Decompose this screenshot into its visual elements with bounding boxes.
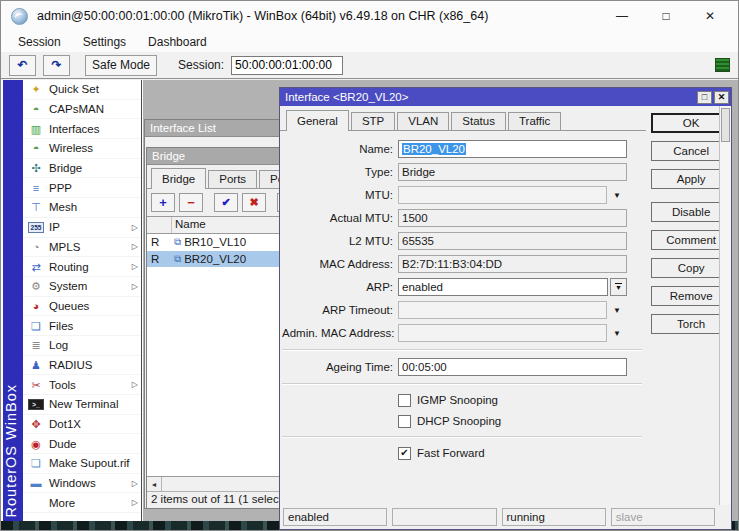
sidebar-item-mesh[interactable]: ⊤ Mesh bbox=[23, 198, 141, 218]
sidebar-item-interfaces[interactable]: ▥ Interfaces bbox=[23, 119, 141, 139]
tab-traffic[interactable]: Traffic bbox=[508, 112, 561, 130]
sidebar-item-bridge[interactable]: ✣ Bridge bbox=[23, 159, 141, 179]
sidebar-item-label: System bbox=[49, 280, 87, 292]
antenna-icon: ◓ bbox=[28, 142, 44, 154]
remove-button[interactable]: − bbox=[179, 193, 203, 212]
sidebar-item-ip[interactable]: 255 IP ▷ bbox=[23, 218, 141, 238]
tab-bridge[interactable]: Bridge bbox=[151, 168, 206, 189]
winbox-main-window: admin@50:00:00:01:00:00 (MikroTik) - Win… bbox=[0, 0, 739, 531]
interface-list-title: Interface List bbox=[150, 122, 216, 134]
admin-mac-input[interactable] bbox=[398, 324, 607, 342]
mtu-label: MTU: bbox=[282, 189, 398, 201]
scrollbar-thumb[interactable] bbox=[721, 108, 730, 142]
sidebar-item-capsman[interactable]: ◓ CAPsMAN bbox=[23, 100, 141, 120]
ppp-links-icon: ≡ bbox=[28, 182, 44, 194]
sidebar-item-ppp[interactable]: ≡ PPP bbox=[23, 178, 141, 198]
admin-mac-label: Admin. MAC Address: bbox=[282, 327, 398, 339]
sidebar-item-radius[interactable]: ♟ RADIUS bbox=[23, 356, 141, 376]
close-button[interactable]: ✕ bbox=[688, 3, 732, 29]
arp-timeout-input[interactable] bbox=[398, 301, 607, 319]
sidebar-item-tools[interactable]: ✂ Tools ▷ bbox=[23, 375, 141, 395]
sidebar-item-label: Mesh bbox=[49, 201, 77, 213]
fast-forward-checkbox[interactable]: ✔ bbox=[398, 447, 411, 460]
arp-timeout-dropdown-icon[interactable]: ▼ bbox=[607, 306, 627, 315]
safe-mode-button[interactable]: Safe Mode bbox=[85, 55, 157, 76]
separator bbox=[282, 349, 642, 351]
sidebar-item-more[interactable]: More ▷ bbox=[23, 493, 141, 513]
menu-dashboard[interactable]: Dashboard bbox=[139, 33, 216, 51]
arp-label: ARP: bbox=[282, 281, 398, 293]
tab-status[interactable]: Status bbox=[451, 112, 506, 130]
arp-dropdown-button[interactable]: ▼ bbox=[610, 278, 627, 296]
sidebar-item-routing[interactable]: ⇄ Routing ▷ bbox=[23, 257, 141, 277]
bridge-window-title: Bridge bbox=[152, 150, 185, 162]
sidebar-item-dude[interactable]: ◉ Dude bbox=[23, 434, 141, 454]
dialog-tabs: General STP VLAN Status Traffic bbox=[280, 106, 646, 131]
sidebar-item-dot1x[interactable]: ✥ Dot1X bbox=[23, 415, 141, 435]
bridge-interface-icon: ⧉ bbox=[174, 236, 181, 248]
mtu-input[interactable] bbox=[398, 186, 607, 204]
tab-general[interactable]: General bbox=[286, 110, 349, 131]
sidebar-item-label: Dot1X bbox=[49, 418, 81, 430]
sidebar-item-mpls[interactable]: ◔ MPLS ▷ bbox=[23, 238, 141, 258]
window-icon: ▬ bbox=[28, 477, 44, 489]
minimize-button[interactable]: — bbox=[600, 3, 644, 29]
ageing-time-input[interactable]: 00:05:00 bbox=[398, 358, 627, 376]
session-input[interactable] bbox=[231, 56, 343, 75]
maximize-button[interactable]: □ bbox=[644, 3, 688, 29]
admin-mac-dropdown-icon[interactable]: ▼ bbox=[607, 329, 627, 338]
sidebar-item-windows[interactable]: ▬ Windows ▷ bbox=[23, 474, 141, 494]
dhcp-snooping-checkbox[interactable] bbox=[398, 415, 411, 428]
sidebar-item-quick-set[interactable]: ✦ Quick Set bbox=[23, 80, 141, 100]
name-label: Name: bbox=[282, 143, 398, 155]
sidebar-item-new-terminal[interactable]: >_ New Terminal bbox=[23, 395, 141, 415]
dialog-close-button[interactable]: ✕ bbox=[714, 91, 729, 104]
sidebar-item-system[interactable]: ⚙ System ▷ bbox=[23, 277, 141, 297]
menu-session[interactable]: Session bbox=[9, 33, 70, 51]
row-name: BR20_VL20 bbox=[184, 253, 246, 265]
add-button[interactable]: + bbox=[151, 193, 175, 212]
tab-vlan[interactable]: VLAN bbox=[397, 112, 449, 130]
l2-mtu-label: L2 MTU: bbox=[282, 235, 398, 247]
tab-stp[interactable]: STP bbox=[351, 112, 395, 130]
redo-button[interactable]: ↷ bbox=[43, 55, 70, 76]
mdi-area: Interface List Bridge Bridge Ports Port … bbox=[143, 80, 738, 530]
brand-strip: RouterOS WinBox bbox=[3, 80, 23, 521]
sidebar-item-label: IP bbox=[49, 221, 60, 233]
mtu-dropdown-icon[interactable]: ▼ bbox=[607, 191, 627, 200]
column-flag[interactable] bbox=[147, 217, 172, 233]
document-icon: ❏ bbox=[28, 457, 44, 469]
sidebar-item-label: CAPsMAN bbox=[49, 103, 104, 115]
dialog-titlebar[interactable]: Interface <BR20_VL20> □ ✕ bbox=[280, 88, 731, 106]
magic-wand-icon: ✦ bbox=[28, 83, 44, 95]
tab-ports[interactable]: Ports bbox=[208, 170, 257, 188]
name-input[interactable]: BR20_VL20 bbox=[398, 140, 627, 158]
sidebar-item-queues[interactable]: ◕ Queues bbox=[23, 297, 141, 317]
igmp-snooping-checkbox[interactable] bbox=[398, 394, 411, 407]
column-name[interactable]: Name bbox=[172, 217, 280, 233]
disable-button[interactable]: ✖ bbox=[242, 193, 266, 212]
mac-address-label: MAC Address: bbox=[282, 258, 398, 270]
sidebar-item-make-supout-rif[interactable]: ❏ Make Supout.rif bbox=[23, 454, 141, 474]
dialog-maximize-button[interactable]: □ bbox=[697, 91, 712, 104]
dialog-vertical-scrollbar[interactable] bbox=[719, 106, 731, 505]
mikrotik-app-icon bbox=[11, 8, 28, 25]
arp-select[interactable]: enabled bbox=[398, 278, 608, 296]
window-titlebar: admin@50:00:00:01:00:00 (MikroTik) - Win… bbox=[1, 1, 738, 31]
menu-settings[interactable]: Settings bbox=[74, 33, 135, 51]
sidebar-item-label: Queues bbox=[49, 300, 89, 312]
undo-button[interactable]: ↶ bbox=[9, 55, 36, 76]
name-selected-text: BR20_VL20 bbox=[402, 143, 466, 155]
sidebar-item-log[interactable]: ≣ Log bbox=[23, 336, 141, 356]
sidebar-item-wireless[interactable]: ◓ Wireless bbox=[23, 139, 141, 159]
scroll-left-icon[interactable]: ◄ bbox=[147, 477, 162, 491]
gear-icon: ⚙ bbox=[28, 280, 44, 292]
enable-button[interactable]: ✔ bbox=[214, 193, 238, 212]
sidebar-item-label: Make Supout.rif bbox=[49, 457, 130, 469]
folder-icon: ❏ bbox=[28, 320, 44, 332]
sidebar-item-label: Windows bbox=[49, 477, 96, 489]
sidebar-item-files[interactable]: ❏ Files bbox=[23, 316, 141, 336]
window-title: admin@50:00:00:01:00:00 (MikroTik) - Win… bbox=[37, 9, 488, 23]
sidebar-item-label: Interfaces bbox=[49, 123, 100, 135]
igmp-snooping-label: IGMP Snooping bbox=[417, 394, 498, 406]
